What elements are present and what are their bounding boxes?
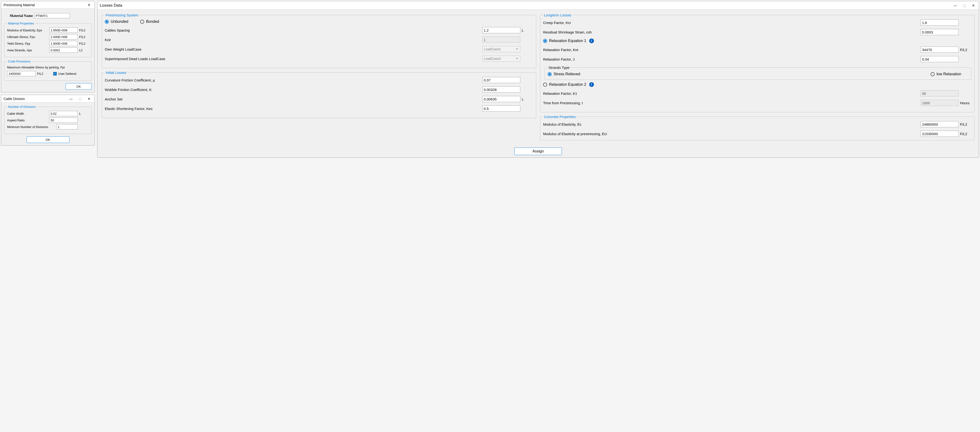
code-provisions-legend: Code Provisions bbox=[7, 60, 32, 63]
aps-label: Area Strands, Aps bbox=[7, 48, 48, 52]
own-weight-select: LoadCase1 bbox=[482, 46, 520, 52]
fpy-field[interactable] bbox=[49, 41, 78, 46]
assign-button[interactable]: Assign bbox=[514, 148, 562, 155]
close-icon[interactable]: ✕ bbox=[84, 95, 94, 102]
minimize-icon[interactable]: — bbox=[67, 95, 76, 102]
wobble-k-label: Wobble Friction Coefficient, K bbox=[105, 87, 481, 92]
radio-icon bbox=[105, 20, 109, 24]
dialog-title: Losses Data bbox=[100, 3, 951, 8]
cable-division-dialog: Cable Division — ▢ ✕ Number of Divisions… bbox=[1, 95, 95, 146]
relaxation-eq1-radio[interactable]: Relaxation Equation 1 bbox=[543, 39, 586, 43]
j-label: Relaxation Factor, J bbox=[543, 57, 919, 61]
j-field[interactable] bbox=[921, 56, 959, 62]
kcr-field[interactable] bbox=[921, 19, 959, 25]
wobble-k-field[interactable] bbox=[482, 86, 520, 93]
low-relaxation-radio[interactable]: low Relaxation bbox=[931, 72, 961, 76]
esh-label: Residual Shrinkage Strain, εsh bbox=[543, 30, 919, 34]
eps-unit: F/L2 bbox=[79, 29, 89, 32]
time-t-field bbox=[921, 100, 959, 106]
user-defined-checkbox[interactable]: ✓ User Defiend bbox=[53, 72, 76, 76]
number-of-divisions-group: Number of Divisions Cable Width L Aspect… bbox=[4, 105, 92, 134]
strands-type-legend: Strands Type bbox=[547, 65, 570, 70]
info-icon[interactable]: i bbox=[589, 38, 594, 43]
kcir-field bbox=[482, 37, 520, 43]
eci-label: Modulus of Elasticity at prestressing, E… bbox=[543, 132, 919, 136]
own-weight-label: Own Weight LoadCase bbox=[105, 47, 481, 51]
aps-unit: L2 bbox=[79, 48, 89, 52]
bonded-radio[interactable]: Bonded bbox=[140, 19, 159, 24]
titlebar: Losses Data — ▢ ✕ bbox=[97, 1, 979, 10]
min-divisions-field[interactable] bbox=[56, 124, 78, 129]
losses-data-dialog: Losses Data — ▢ ✕ Prestressing System Un… bbox=[97, 1, 979, 158]
relaxation-eq2-radio[interactable]: Relaxation Equation 2 bbox=[543, 83, 586, 87]
material-name-field[interactable] bbox=[34, 13, 70, 18]
ec-field[interactable] bbox=[921, 121, 959, 127]
superimposed-select: LoadCase2 bbox=[482, 56, 520, 62]
ok-button[interactable]: OK bbox=[27, 136, 69, 143]
stress-relieved-radio[interactable]: Stress Relieved bbox=[547, 72, 580, 76]
prestressing-system-legend: Prestressing System bbox=[105, 13, 140, 17]
eps-field[interactable] bbox=[49, 27, 78, 33]
aspect-ratio-field[interactable] bbox=[49, 118, 78, 123]
fpy-unit: F/L2 bbox=[79, 42, 89, 45]
number-of-divisions-legend: Number of Divisions bbox=[7, 105, 37, 108]
fpy-label: Yeild Stress, Fpy bbox=[7, 42, 48, 45]
concrete-properties-legend: Concrete Properties bbox=[543, 115, 577, 119]
radio-icon bbox=[547, 72, 552, 76]
cables-spacing-unit: L bbox=[522, 28, 533, 32]
longterm-losses-legend: Longterm Losses bbox=[543, 13, 572, 17]
cable-width-label: Cable Width bbox=[7, 112, 48, 116]
stress-relieved-label: Stress Relieved bbox=[554, 72, 580, 76]
user-defined-label: User Defiend bbox=[58, 72, 76, 76]
unbonded-radio[interactable]: Unbonded bbox=[105, 19, 128, 24]
fpi-label: Maximum Allowable Stress by jacking, Fpi bbox=[7, 65, 89, 69]
kes-field[interactable] bbox=[482, 105, 520, 112]
initial-losses-legend: Initial Losses bbox=[105, 70, 127, 75]
cable-width-field[interactable] bbox=[49, 111, 78, 116]
fpu-unit: F/L2 bbox=[79, 35, 89, 39]
info-icon[interactable]: i bbox=[589, 82, 594, 87]
fpi-unit: F/L2 bbox=[37, 72, 46, 76]
close-icon[interactable]: ✕ bbox=[969, 2, 978, 9]
kcir-label: Kcir bbox=[105, 38, 481, 42]
aps-field[interactable] bbox=[49, 48, 78, 53]
radio-icon bbox=[931, 72, 935, 76]
minimize-icon[interactable]: — bbox=[951, 2, 960, 9]
fpi-field[interactable] bbox=[7, 71, 36, 76]
relaxation-eq1-label: Relaxation Equation 1 bbox=[549, 39, 586, 43]
material-properties-legend: Material Properties bbox=[7, 22, 35, 25]
strands-type-group: Strands Type Stress Relieved low Relaxat… bbox=[544, 65, 972, 80]
kre-unit: F/L2 bbox=[960, 48, 972, 52]
cable-width-unit: L bbox=[79, 112, 89, 116]
cables-spacing-field[interactable] bbox=[482, 27, 520, 33]
eci-field[interactable] bbox=[921, 130, 959, 137]
anchor-set-field[interactable] bbox=[482, 96, 520, 102]
k1-label: Relaxation Factor, K1 bbox=[543, 91, 919, 95]
ok-button[interactable]: OK bbox=[65, 83, 92, 90]
radio-icon bbox=[543, 83, 547, 87]
maximize-icon: ▢ bbox=[76, 95, 84, 102]
material-properties-group: Material Properties Modulus of Elasticit… bbox=[4, 22, 92, 57]
concrete-properties-group: Concrete Properties Modulus of Elasticit… bbox=[540, 115, 975, 140]
initial-losses-group: Initial Losses Curvature Friction Coeffi… bbox=[102, 70, 536, 118]
mu-field[interactable] bbox=[482, 77, 520, 83]
fpu-field[interactable] bbox=[49, 34, 78, 40]
kes-label: Elastic Shortening Factor, Kes bbox=[105, 106, 481, 111]
eps-label: Modulus of Elasticity, Eps bbox=[7, 29, 48, 32]
unbonded-label: Unbonded bbox=[111, 19, 128, 24]
code-provisions-group: Code Provisions Maximum Allowable Stress… bbox=[4, 60, 92, 81]
eci-unit: F/L2 bbox=[960, 132, 972, 136]
bonded-label: Bonded bbox=[146, 19, 159, 24]
close-icon[interactable]: ✕ bbox=[84, 2, 94, 8]
radio-icon bbox=[140, 20, 144, 24]
kcr-label: Creep Factor, Kcr bbox=[543, 21, 919, 25]
longterm-losses-group: Longterm Losses Creep Factor, Kcr Residu… bbox=[540, 13, 975, 112]
min-divisions-label: Minimum Number of Divisions bbox=[7, 125, 55, 129]
esh-field[interactable] bbox=[921, 29, 959, 35]
dialog-title: Cable Division bbox=[3, 97, 67, 101]
kre-field[interactable] bbox=[921, 46, 959, 53]
relaxation-eq2-label: Relaxation Equation 2 bbox=[549, 83, 586, 87]
material-name-label: Material Name bbox=[10, 14, 33, 18]
time-t-unit: Hours bbox=[960, 101, 972, 105]
superimposed-label: Superimposed Dead Loads LoadCase bbox=[105, 57, 481, 61]
